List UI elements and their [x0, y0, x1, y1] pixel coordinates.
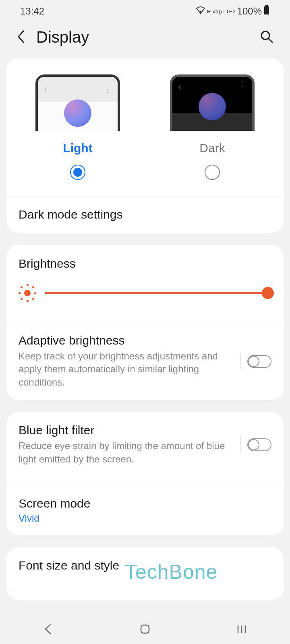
- nav-recents-icon[interactable]: [236, 623, 248, 637]
- screen-mode-title: Screen mode: [19, 497, 271, 510]
- search-icon[interactable]: [259, 29, 274, 45]
- navigation-bar: [0, 616, 290, 644]
- svg-point-0: [200, 11, 201, 13]
- watermark: TechBone: [125, 560, 218, 584]
- partial-row: [6, 592, 284, 600]
- battery-icon: [263, 5, 270, 18]
- svg-rect-1: [264, 6, 269, 14]
- page-title: Display: [36, 28, 89, 46]
- brightness-card: Brightness Adaptive brightness Keep trac…: [6, 245, 284, 400]
- theme-label-light: Light: [63, 141, 92, 155]
- back-icon[interactable]: [16, 29, 26, 45]
- theme-option-dark[interactable]: ‹⋮ Dark: [153, 74, 271, 180]
- screen-mode-value: Vivid: [19, 513, 271, 524]
- blue-light-desc: Reduce eye strain by limiting the amount…: [19, 440, 234, 466]
- dark-mode-settings-row[interactable]: Dark mode settings: [6, 196, 284, 233]
- brightness-section: Brightness: [6, 245, 284, 314]
- separator: [240, 437, 241, 453]
- radio-dark[interactable]: [205, 165, 220, 180]
- radio-light[interactable]: [70, 165, 85, 180]
- theme-option-light[interactable]: ‹⋮ Light: [19, 74, 137, 180]
- display-options-card: Blue light filter Reduce eye strain by l…: [6, 412, 284, 535]
- dark-mode-settings-label: Dark mode settings: [19, 208, 271, 221]
- separator: [240, 353, 241, 369]
- page-header: Display: [0, 21, 290, 58]
- signal-text: R Vo)) LTE2: [207, 9, 236, 14]
- light-preview: ‹⋮: [35, 74, 120, 131]
- svg-rect-5: [141, 625, 149, 633]
- adaptive-brightness-row[interactable]: Adaptive brightness Keep track of your b…: [6, 322, 284, 400]
- brightness-title: Brightness: [19, 257, 271, 270]
- brightness-slider[interactable]: [45, 292, 271, 294]
- wifi-icon: [196, 6, 205, 17]
- nav-home-icon[interactable]: [139, 623, 151, 637]
- adaptive-brightness-title: Adaptive brightness: [19, 334, 234, 347]
- brightness-slider-thumb[interactable]: [262, 287, 274, 299]
- blue-light-toggle[interactable]: [247, 438, 271, 451]
- theme-card: ‹⋮ Light ‹⋮ Dark Dark mode settings: [6, 58, 284, 233]
- adaptive-brightness-desc: Keep track of your brightness adjustment…: [19, 350, 234, 389]
- status-time: 13:42: [20, 6, 44, 17]
- status-indicators: R Vo)) LTE2 100%: [196, 5, 270, 18]
- nav-back-icon[interactable]: [42, 623, 54, 637]
- screen-mode-row[interactable]: Screen mode Vivid: [6, 485, 284, 535]
- theme-label-dark: Dark: [199, 141, 225, 155]
- status-bar: 13:42 R Vo)) LTE2 100%: [0, 0, 290, 21]
- adaptive-brightness-toggle[interactable]: [247, 355, 271, 368]
- svg-rect-2: [265, 5, 268, 6]
- blue-light-filter-row[interactable]: Blue light filter Reduce eye strain by l…: [6, 412, 284, 477]
- svg-line-4: [269, 39, 272, 42]
- blue-light-title: Blue light filter: [19, 423, 234, 437]
- dark-preview: ‹⋮: [170, 74, 255, 131]
- brightness-icon: [19, 284, 36, 302]
- battery-percent: 100%: [237, 6, 262, 17]
